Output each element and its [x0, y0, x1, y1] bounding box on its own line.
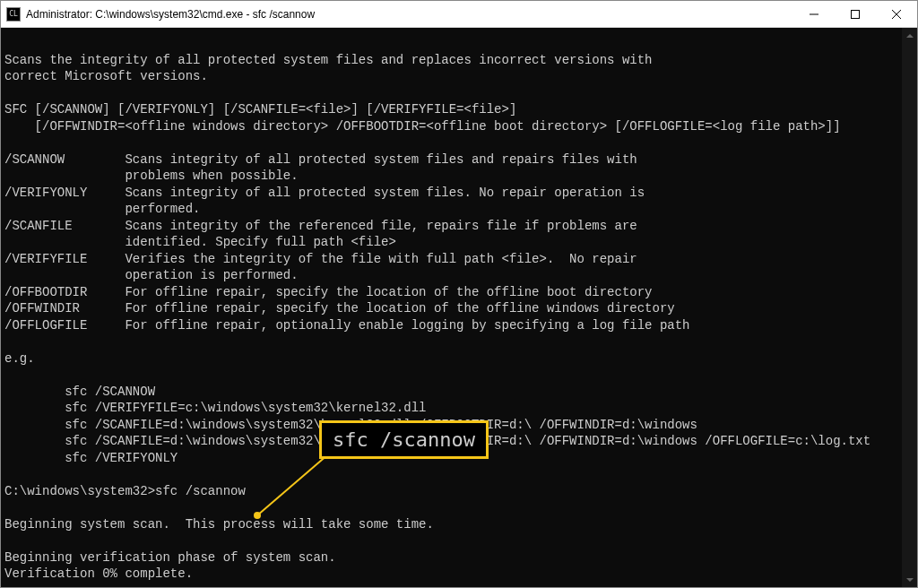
close-icon	[892, 10, 901, 19]
window-title: Administrator: C:\windows\system32\cmd.e…	[26, 8, 315, 21]
minimize-icon	[810, 10, 818, 19]
scroll-up-button[interactable]	[902, 28, 917, 43]
cmd-icon: CL	[6, 7, 21, 22]
svg-marker-5	[906, 578, 914, 582]
console-area: Scans the integrity of all protected sys…	[1, 28, 917, 587]
minimize-button[interactable]	[793, 1, 835, 28]
cmd-window: CL Administrator: C:\windows\system32\cm…	[0, 0, 918, 588]
scrollbar-vertical[interactable]	[902, 28, 917, 587]
callout-box: sfc /scannow	[319, 420, 489, 459]
chevron-up-icon	[906, 34, 914, 38]
maximize-icon	[851, 10, 860, 19]
scroll-down-button[interactable]	[902, 572, 917, 587]
callout-text: sfc /scannow	[333, 428, 475, 451]
scroll-track[interactable]	[902, 43, 917, 572]
svg-marker-4	[906, 34, 914, 38]
close-button[interactable]	[876, 1, 917, 28]
titlebar[interactable]: CL Administrator: C:\windows\system32\cm…	[1, 1, 917, 28]
callout-dot	[254, 512, 261, 519]
console-output[interactable]: Scans the integrity of all protected sys…	[1, 28, 902, 587]
svg-rect-1	[852, 10, 860, 18]
maximize-button[interactable]	[835, 1, 876, 28]
chevron-down-icon	[906, 578, 914, 582]
